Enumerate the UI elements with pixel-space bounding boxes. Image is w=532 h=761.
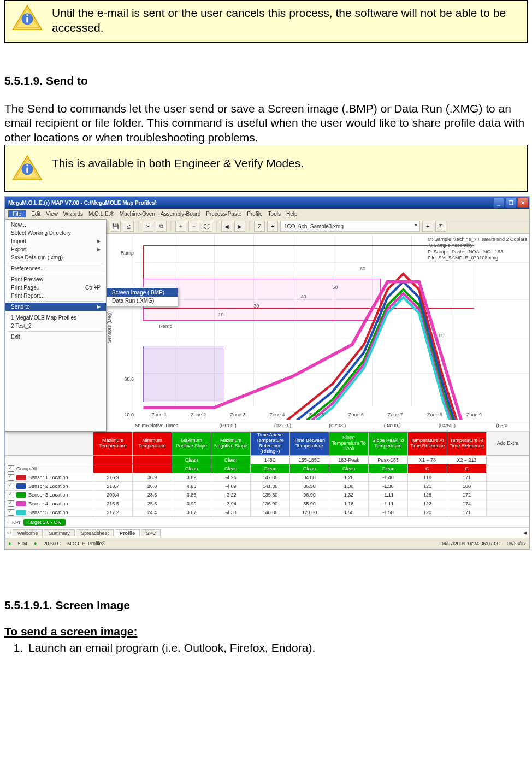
tb-save-icon[interactable]: 💾: [110, 221, 121, 232]
tb-add-icon[interactable]: ✦: [422, 221, 433, 232]
menu-machine[interactable]: Machine-Oven: [120, 211, 155, 217]
file-menu-print-page[interactable]: Print Page...Ctrl+P: [5, 284, 106, 292]
heading-send-to: 5.5.1.9. Send to: [4, 74, 528, 87]
sensor-cell: Sensor 5 Location: [5, 508, 93, 517]
menu-process[interactable]: Process-Paste: [206, 211, 241, 217]
kpi-tab[interactable]: Target 1.0 - OK: [23, 519, 66, 526]
svg-rect-3: [26, 14, 28, 16]
file-menu-save-data-run[interactable]: Save Data run (.xmg): [5, 253, 106, 262]
cell-value: 174: [447, 499, 487, 508]
menu-mole[interactable]: M.O.L.E.®: [88, 211, 114, 217]
menu-profile[interactable]: Profile: [247, 211, 262, 217]
svg-rect-4: [26, 17, 28, 23]
step-1: Launch an email program (i.e. Outlook, F…: [26, 641, 528, 654]
tab-spreadsheet[interactable]: Spreadsheet: [76, 529, 114, 536]
tab-summary[interactable]: Summary: [44, 529, 75, 536]
sensor-cell: Sensor 3 Location: [5, 491, 93, 499]
close-button[interactable]: ✕: [517, 198, 528, 208]
menu-tools[interactable]: Tools: [268, 211, 281, 217]
cell-value: 26.0: [133, 482, 172, 491]
sensor-name: Sensor 1 Location: [28, 475, 68, 480]
cell-value: 34.80: [290, 473, 329, 482]
grid-spec-row-1: Clean Clean 145C 155-185C 183-Peak Peak-…: [5, 456, 529, 464]
sensor-color-chip: [16, 510, 26, 515]
menu-help[interactable]: Help: [286, 211, 298, 217]
cell-value: -1.38: [369, 482, 408, 491]
menu-file[interactable]: File: [8, 210, 26, 217]
svg-rect-8: [26, 164, 28, 167]
group-all-checkbox[interactable]: [8, 465, 14, 472]
tb-sigma-icon[interactable]: Σ: [254, 221, 265, 232]
row-checkbox[interactable]: [8, 483, 14, 489]
file-menu-send-to[interactable]: Send to▶: [5, 303, 106, 311]
tb-sigma2-icon[interactable]: Σ: [435, 221, 446, 232]
cell-value: 85.90: [290, 499, 329, 508]
titlebar: MegaM.O.L.E.(r) MAP V7.00 - C:\MegaMOLE …: [5, 197, 529, 209]
cell-value: 122: [408, 499, 447, 508]
send-to-data-run[interactable]: Data Run (.XMG): [107, 297, 178, 305]
menu-assembly[interactable]: Assembly-Board: [161, 211, 200, 217]
menu-view[interactable]: View: [46, 211, 58, 217]
bottom-tabs: ‹› Welcome Summary Spreadsheet Profile S…: [5, 527, 529, 538]
file-menu-exit[interactable]: Exit: [5, 333, 106, 341]
row-checkbox[interactable]: [8, 492, 14, 498]
sensor-name: Sensor 3 Location: [28, 492, 68, 498]
cell-value: 215.5: [93, 499, 133, 508]
row-checkbox[interactable]: [8, 474, 14, 481]
tab-spc[interactable]: SPC: [141, 529, 161, 536]
cell-value: 3.86: [172, 491, 211, 499]
cell-value: 218.7: [93, 482, 133, 491]
cell-empty: [487, 508, 529, 517]
tb-print-icon[interactable]: 🖨: [123, 221, 134, 232]
cell-value: 3.99: [172, 499, 211, 508]
tab-profile[interactable]: Profile: [115, 529, 140, 536]
cell-value: 171: [447, 473, 487, 482]
tb-copy-icon[interactable]: ⧉: [156, 221, 167, 232]
tb-cut-icon[interactable]: ✂: [143, 221, 153, 232]
add-extra-button[interactable]: Add Extra: [487, 432, 529, 456]
row-checkbox[interactable]: [8, 509, 14, 516]
menubar: File Edit View Wizards M.O.L.E.® Machine…: [5, 209, 529, 219]
table-row: Sensor 5 Location217.224.43.67-4.38148.8…: [5, 508, 529, 517]
file-menu-new[interactable]: New...: [5, 221, 106, 229]
tb-next-icon[interactable]: ▶: [234, 221, 245, 232]
grid-spec-row-2: Group All Clean Clean Clean Clean Clean …: [5, 464, 529, 473]
heading-screen-image: 5.5.1.9.1. Screen Image: [4, 599, 528, 612]
file-menu-preferences[interactable]: Preferences...: [5, 264, 106, 273]
tab-welcome[interactable]: Welcome: [13, 529, 43, 536]
file-menu-print-preview[interactable]: Print Preview: [5, 275, 106, 284]
file-menu-print-report[interactable]: Print Report...: [5, 292, 106, 300]
row-checkbox[interactable]: [8, 500, 14, 507]
file-menu-import[interactable]: Import▶: [5, 237, 106, 245]
table-row: Sensor 3 Location209.423.63.86-3.22135.8…: [5, 491, 529, 499]
toolbar-file-select[interactable]: 1CO_6ch_Sample3.xmg: [280, 221, 420, 232]
chart-x-axis: M: mRelative Times (01:00.) (02:00.) (02…: [107, 420, 529, 432]
send-to-screen-image[interactable]: Screen Image (.BMP): [107, 288, 178, 297]
minimize-button[interactable]: _: [493, 198, 504, 208]
svg-rect-9: [26, 167, 28, 173]
tb-zoom-out-icon[interactable]: －: [188, 221, 199, 232]
tb-prev-icon[interactable]: ◀: [221, 221, 232, 232]
cell-value: 217.2: [93, 508, 133, 517]
menu-edit[interactable]: Edit: [31, 211, 40, 217]
cell-value: 209.4: [93, 491, 133, 499]
cell-value: 180: [447, 482, 487, 491]
maximize-button[interactable]: ❐: [505, 198, 516, 208]
file-menu-recent-1[interactable]: 1 MegaMOLE Map Profiles: [5, 314, 106, 322]
cell-value: 135.80: [251, 491, 290, 499]
menu-wizards[interactable]: Wizards: [63, 211, 83, 217]
tb-zoom-in-icon[interactable]: ＋: [175, 221, 186, 232]
cell-empty: [487, 499, 529, 508]
table-row: Sensor 4 Location215.525.63.99-2.94136.9…: [5, 499, 529, 508]
tb-fit-icon[interactable]: ⛶: [202, 221, 212, 232]
chart-plot[interactable]: M: Sample Machine_7 Heaters and 2 Cooler…: [135, 234, 529, 420]
file-menu-export[interactable]: Export▶: [5, 245, 106, 253]
cell-value: 123.80: [290, 508, 329, 517]
file-menu-recent-2[interactable]: 2 Test_2: [5, 322, 106, 330]
cell-empty: [487, 491, 529, 499]
statusbar: ●5.04 ●20.50 C M.O.L.E. Profile® 04/07/2…: [5, 538, 529, 549]
file-menu-select-wd[interactable]: Select Working Directory: [5, 229, 106, 237]
tb-plus-icon[interactable]: ✦: [267, 221, 278, 232]
cell-value: -2.94: [211, 499, 251, 508]
window-title: MegaM.O.L.E.(r) MAP V7.00 - C:\MegaMOLE …: [8, 200, 493, 206]
